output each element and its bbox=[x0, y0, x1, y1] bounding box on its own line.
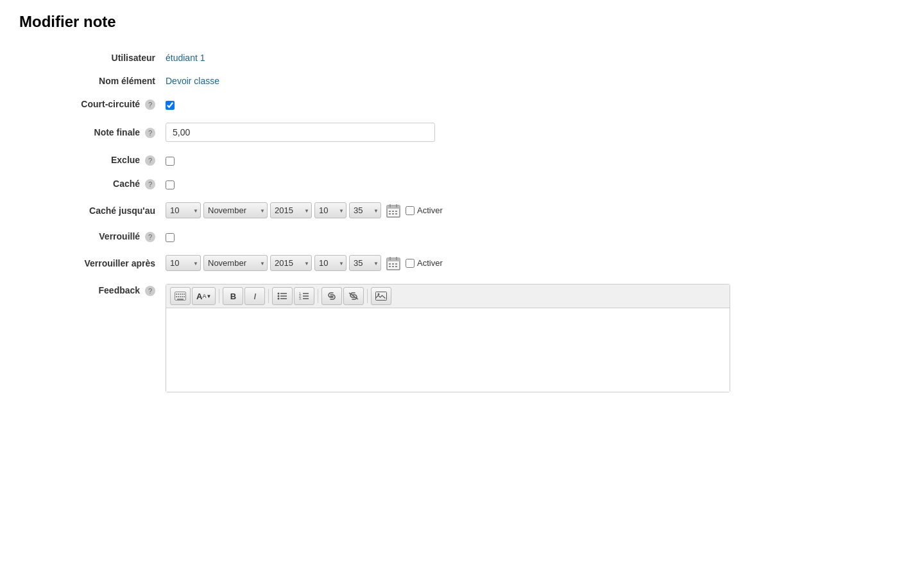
verr-day-wrapper: 10 bbox=[166, 255, 201, 271]
toolbar-sep-3 bbox=[318, 289, 318, 303]
keyboard-icon bbox=[175, 292, 186, 301]
nom-element-row: Nom élément Devoir classe bbox=[19, 69, 905, 92]
svg-rect-18 bbox=[392, 266, 394, 267]
cache-calendar-icon[interactable] bbox=[386, 204, 400, 218]
note-finale-input[interactable] bbox=[166, 123, 435, 142]
feedback-editor: AA ▼ B I bbox=[166, 284, 730, 392]
court-circuite-help-icon[interactable]: ? bbox=[145, 100, 155, 110]
verr-minute-wrapper: 35 bbox=[349, 255, 381, 271]
verrouille-help-icon[interactable]: ? bbox=[145, 232, 155, 242]
fontsize-icon: A bbox=[196, 292, 202, 301]
feedback-label: Feedback bbox=[99, 285, 141, 295]
toolbar-keyboard-btn[interactable] bbox=[170, 287, 191, 305]
court-circuite-label: Court-circuité bbox=[81, 99, 140, 109]
cache-year-wrapper: 2015 bbox=[270, 202, 312, 218]
bold-icon: B bbox=[230, 292, 236, 301]
verr-day-select[interactable]: 10 bbox=[166, 255, 201, 271]
cache-minute-select[interactable]: 35 bbox=[349, 202, 381, 218]
svg-rect-22 bbox=[178, 293, 179, 295]
toolbar-sep-4 bbox=[367, 289, 368, 303]
verr-activer-label: Activer bbox=[406, 258, 443, 268]
svg-rect-30 bbox=[184, 296, 185, 297]
verr-calendar-icon[interactable] bbox=[386, 256, 400, 270]
bullet-list-icon bbox=[277, 292, 287, 301]
cache-checkbox[interactable] bbox=[166, 180, 175, 189]
cache-day-wrapper: 10 bbox=[166, 202, 201, 218]
svg-rect-19 bbox=[395, 266, 397, 267]
svg-text:3.: 3. bbox=[299, 297, 302, 301]
svg-rect-25 bbox=[184, 293, 185, 295]
cache-month-wrapper: November bbox=[203, 202, 268, 218]
svg-point-34 bbox=[278, 295, 280, 297]
cache-day-select[interactable]: 10 bbox=[166, 202, 201, 218]
feedback-row: Feedback ? bbox=[19, 277, 905, 399]
cache-month-select[interactable]: November bbox=[203, 202, 268, 218]
verrouille-row: Verrouillé ? bbox=[19, 225, 905, 249]
cache-help-icon[interactable]: ? bbox=[145, 179, 155, 189]
verr-activer-text: Activer bbox=[417, 258, 443, 268]
nom-element-link[interactable]: Devoir classe bbox=[166, 76, 219, 86]
svg-rect-26 bbox=[176, 296, 177, 297]
svg-point-36 bbox=[278, 298, 280, 300]
toolbar-image-btn[interactable] bbox=[371, 287, 391, 305]
cache-row: Caché ? bbox=[19, 172, 905, 196]
note-finale-help-icon[interactable]: ? bbox=[145, 128, 155, 138]
svg-point-47 bbox=[378, 293, 380, 295]
toolbar-italic-btn[interactable]: I bbox=[244, 287, 265, 305]
verr-activer-checkbox[interactable] bbox=[406, 259, 415, 268]
svg-rect-23 bbox=[180, 293, 181, 295]
verr-hour-select[interactable]: 10 bbox=[314, 255, 346, 271]
exclue-help-icon[interactable]: ? bbox=[145, 155, 155, 166]
exclue-label: Exclue bbox=[111, 155, 140, 165]
svg-rect-7 bbox=[389, 213, 391, 215]
cache-hour-wrapper: 10 bbox=[314, 202, 346, 218]
verr-minute-select[interactable]: 35 bbox=[349, 255, 381, 271]
feedback-editor-body[interactable] bbox=[166, 308, 730, 392]
utilisateur-row: Utilisateur étudiant 1 bbox=[19, 46, 905, 69]
cache-activer-label: Activer bbox=[406, 206, 443, 215]
verr-month-select[interactable]: November bbox=[203, 255, 268, 271]
nom-element-label: Nom élément bbox=[99, 76, 155, 86]
svg-rect-11 bbox=[387, 258, 400, 261]
italic-icon: I bbox=[254, 292, 257, 301]
toolbar-sep-2 bbox=[268, 289, 269, 303]
toolbar-unlink-btn[interactable] bbox=[343, 287, 364, 305]
svg-rect-21 bbox=[176, 293, 177, 295]
verrouille-checkbox[interactable] bbox=[166, 233, 175, 242]
cache-hour-select[interactable]: 10 bbox=[314, 202, 346, 218]
toolbar-fontsize-btn[interactable]: AA ▼ bbox=[192, 287, 216, 305]
utilisateur-label: Utilisateur bbox=[112, 53, 155, 63]
svg-rect-28 bbox=[180, 296, 181, 297]
svg-rect-1 bbox=[387, 206, 400, 209]
editor-toolbar: AA ▼ B I bbox=[166, 285, 730, 308]
feedback-help-icon[interactable]: ? bbox=[145, 286, 155, 296]
svg-rect-6 bbox=[395, 211, 397, 212]
verrouiller-apres-label: Verrouiller après bbox=[84, 258, 155, 268]
cache-year-select[interactable]: 2015 bbox=[270, 202, 312, 218]
toolbar-bullet-list-btn[interactable] bbox=[272, 287, 293, 305]
exclue-checkbox[interactable] bbox=[166, 157, 175, 166]
svg-rect-29 bbox=[182, 296, 183, 297]
note-finale-label: Note finale bbox=[94, 127, 141, 137]
toolbar-link-btn[interactable] bbox=[321, 287, 342, 305]
svg-rect-8 bbox=[392, 213, 394, 215]
utilisateur-link[interactable]: étudiant 1 bbox=[166, 53, 205, 63]
svg-point-32 bbox=[278, 293, 280, 295]
link-icon bbox=[326, 292, 338, 301]
exclue-row: Exclue ? bbox=[19, 148, 905, 172]
svg-rect-31 bbox=[177, 299, 184, 300]
verrouiller-apres-row: Verrouiller après 10 November 2015 bbox=[19, 249, 905, 277]
svg-rect-27 bbox=[178, 296, 179, 297]
verr-year-select[interactable]: 2015 bbox=[270, 255, 312, 271]
toolbar-sep-1 bbox=[219, 289, 219, 303]
verrouiller-apres-date-group: 10 November 2015 10 bbox=[166, 255, 900, 271]
verr-month-wrapper: November bbox=[203, 255, 268, 271]
cache-activer-checkbox[interactable] bbox=[406, 206, 415, 215]
svg-rect-17 bbox=[389, 266, 391, 267]
court-circuite-checkbox[interactable] bbox=[166, 101, 175, 110]
toolbar-bold-btn[interactable]: B bbox=[223, 287, 243, 305]
cache-jusquau-row: Caché jusqu'au 10 November 2015 bbox=[19, 196, 905, 225]
verr-year-wrapper: 2015 bbox=[270, 255, 312, 271]
cache-jusquau-date-group: 10 November 2015 10 bbox=[166, 202, 900, 218]
toolbar-numbered-list-btn[interactable]: 1. 2. 3. bbox=[294, 287, 314, 305]
